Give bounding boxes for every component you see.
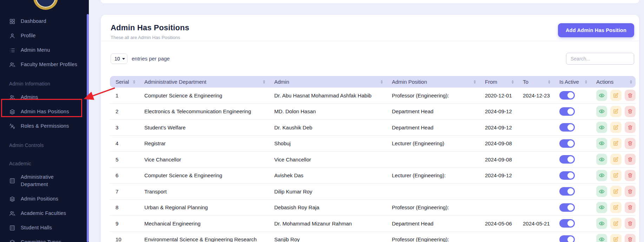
delete-button[interactable] [625,170,636,181]
delete-button[interactable] [625,186,636,197]
sidebar-section-title: Academic [0,152,89,170]
sidebar-item-admin-has-positions[interactable]: Admin Has Positions [0,104,89,119]
column-header-actions[interactable]: Actions [591,79,636,85]
edit-button[interactable] [610,202,621,213]
sidebar-item-admin-positions[interactable]: Admin Positions [0,192,89,206]
edit-button[interactable] [610,90,621,101]
column-header-administrative-department[interactable]: Administrative Department [139,79,269,85]
cell-department: Student's Welfare [139,125,269,130]
edit-button[interactable] [610,154,621,165]
view-button[interactable] [596,202,607,213]
cell-from: 2020-12-01 [479,93,517,98]
is-active-toggle[interactable] [559,187,575,196]
view-button[interactable] [596,138,607,149]
edit-button[interactable] [610,186,621,197]
cell-position: Department Head [386,221,479,227]
cell-is-active [554,155,591,164]
toggle-knob [567,236,574,242]
column-header-label: Admin Position [392,79,427,85]
cell-department: Urban & Regional Planning [139,204,269,210]
sort-icon [548,80,550,84]
view-button[interactable] [596,186,607,197]
delete-button[interactable] [625,138,636,149]
cell-from: 2024-09-08 [479,140,517,146]
view-button[interactable] [596,154,607,165]
delete-button[interactable] [625,218,636,229]
cell-serial: 10 [110,236,139,242]
sidebar-item-dashboard[interactable]: Dashboard [0,14,89,28]
sidebar-item-profile[interactable]: Profile [0,28,89,43]
cell-from: 2024-05-06 [479,221,517,227]
delete-button[interactable] [625,106,636,117]
edit-button[interactable] [610,138,621,149]
is-active-toggle[interactable] [559,219,575,228]
column-header-admin-position[interactable]: Admin Position [386,79,479,85]
sidebar-item-label: Admin Menu [21,46,50,54]
edit-button[interactable] [610,122,621,133]
sort-icon [630,80,632,84]
sidebar-item-committee-types[interactable]: Committee Types [0,235,89,242]
view-button[interactable] [596,122,607,133]
is-active-toggle[interactable] [559,123,575,132]
sidebar-item-admin-menu[interactable]: Admin Menu [0,43,89,57]
sort-icon [512,80,514,84]
cell-admin: Dr. Kaushik Deb [269,125,386,130]
users-icon [9,94,15,101]
edit-button[interactable] [610,218,621,229]
cell-admin: Shobuj [269,140,386,146]
is-active-toggle[interactable] [559,107,575,116]
delete-button[interactable] [625,122,636,133]
view-button[interactable] [596,218,607,229]
cell-position: Lecturer (Engineering): [386,172,479,178]
is-active-toggle[interactable] [559,155,575,164]
cell-actions [591,106,636,117]
edit-button[interactable] [610,234,621,242]
cell-is-active [554,123,591,132]
sidebar-item-admins[interactable]: Admins [0,90,89,104]
cell-department: Computer Science & Engineering [139,93,269,98]
column-header-to[interactable]: To [517,79,554,85]
cell-is-active [554,139,591,148]
is-active-toggle[interactable] [559,171,575,180]
sidebar-scrollbar[interactable] [87,14,89,242]
column-header-label: To [523,79,528,85]
user-icon [9,33,15,39]
edit-button[interactable] [610,106,621,117]
add-admin-has-position-button[interactable]: Add Admin Has Position [558,23,634,37]
sidebar-item-administrative-department[interactable]: Administrative Department [0,170,89,192]
table-row: 5Vice ChancellorVice Chancellor2024-09-0… [110,151,636,167]
column-header-is-active[interactable]: Is Active [554,79,591,85]
sidebar-item-label: Admins [21,94,38,101]
table-row: 2Electronics & Telecommunication Enginee… [110,103,636,120]
sidebar-item-roles-permissions[interactable]: Roles & Permissions [0,119,89,133]
is-active-toggle[interactable] [559,203,575,212]
delete-button[interactable] [625,234,636,242]
sidebar-item-student-halls[interactable]: Student Halls [0,221,89,235]
column-header-admin[interactable]: Admin [269,79,386,85]
entries-per-page-select-wrap: 10 [111,53,127,64]
is-active-toggle[interactable] [559,139,575,148]
view-button[interactable] [596,106,607,117]
delete-button[interactable] [625,90,636,101]
sidebar-item-academic-faculties[interactable]: Academic Faculties [0,206,89,221]
edit-button[interactable] [610,170,621,181]
is-active-toggle[interactable] [559,235,575,242]
is-active-toggle[interactable] [559,91,575,100]
search-input[interactable] [566,53,634,65]
cell-position: Lecturer (Engineering) [386,140,479,146]
view-button[interactable] [596,90,607,101]
sidebar-nav: DashboardProfileAdmin MenuFaculty Member… [0,0,89,242]
main-content: Admin Has Positions These all are Admin … [89,0,644,242]
view-button[interactable] [596,170,607,181]
table-row: 3Student's WelfareDr. Kaushik DebDepartm… [110,119,636,135]
entries-per-page-select[interactable]: 10 [111,53,127,64]
cell-from: 2024-09-08 [479,157,517,163]
delete-button[interactable] [625,202,636,213]
column-header-serial[interactable]: Serial [110,79,139,85]
cell-is-active [554,187,591,196]
toggle-knob [567,220,574,227]
delete-button[interactable] [625,154,636,165]
column-header-from[interactable]: From [479,79,517,85]
view-button[interactable] [596,234,607,242]
sidebar-item-faculty-member-profiles[interactable]: Faculty Member Profiles [0,57,89,72]
